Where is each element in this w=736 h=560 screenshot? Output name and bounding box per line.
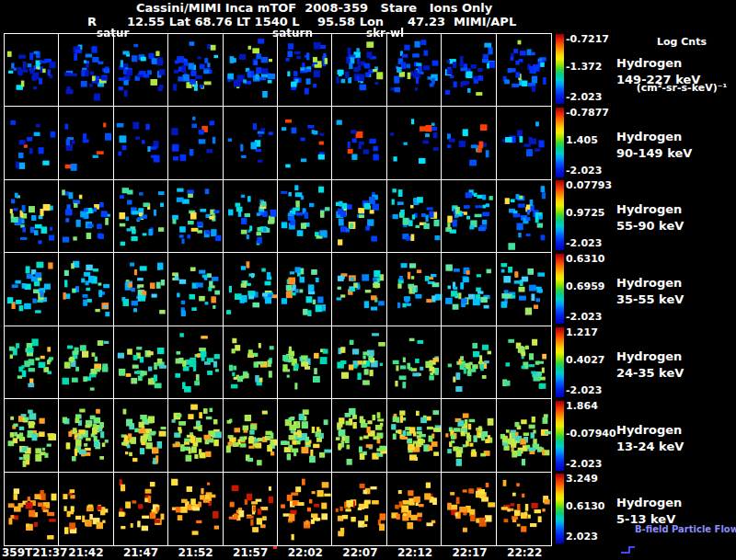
energy-band-label: 55-90 keV bbox=[616, 220, 684, 233]
colorbar-min-label: -2.023 bbox=[566, 92, 602, 103]
spectrogram-panel bbox=[387, 107, 442, 179]
spectrogram-panel bbox=[278, 473, 332, 545]
spectrogram-panel bbox=[224, 107, 278, 179]
colorbar-max-label: 1.864 bbox=[566, 401, 598, 412]
spectrogram-panel bbox=[114, 34, 168, 107]
energy-band-label: 24-35 keV bbox=[616, 367, 684, 380]
spectrogram-panel bbox=[59, 473, 113, 545]
colorbar-min-label: 2.023 bbox=[566, 531, 598, 543]
spectrogram-panel bbox=[497, 253, 551, 326]
event-marker-satur: satur bbox=[97, 28, 129, 39]
colorbar bbox=[556, 401, 564, 471]
colorbar-mid-label: -0.07940 bbox=[566, 429, 616, 440]
colorbar-min-label: -2.023 bbox=[566, 166, 602, 177]
spectrogram-panel bbox=[224, 326, 278, 399]
spectrogram-panel bbox=[59, 399, 113, 472]
colorbar-title-line1: Log Cnts bbox=[633, 37, 730, 48]
colorbar-mid-label: 0.4027 bbox=[566, 355, 604, 366]
spectrogram-panel bbox=[387, 399, 442, 472]
spectrogram-panel bbox=[224, 399, 278, 472]
spectrogram-panel bbox=[332, 326, 386, 399]
spectrogram-panel bbox=[387, 180, 442, 253]
colorbar-min-label: -2.023 bbox=[566, 385, 602, 396]
spectrogram-panel bbox=[278, 107, 332, 179]
time-tick-label: 22:22 bbox=[507, 547, 542, 559]
spectrogram-grid bbox=[4, 33, 552, 546]
spectrogram-panel bbox=[168, 107, 223, 179]
energy-band-label: 149-227 keV bbox=[616, 74, 700, 86]
colorbar-max-label: 0.07793 bbox=[566, 180, 612, 191]
bfield-flow-label: B-field Particle Flow bbox=[635, 524, 736, 534]
species-label: Hydrogen bbox=[616, 424, 682, 437]
spectrogram-panel bbox=[224, 253, 278, 326]
spectrogram-panel bbox=[442, 253, 496, 326]
mimi-inca-display: Cassini/MIMI Inca mTOF 2008-359 Stare Io… bbox=[0, 0, 736, 560]
colorbar-max-label: 1.217 bbox=[566, 327, 598, 338]
spectrogram-panel bbox=[59, 107, 113, 179]
spectrogram-panel bbox=[168, 399, 223, 472]
colorbar-mid-label: 0.6959 bbox=[566, 281, 604, 292]
spectrogram-panel bbox=[278, 326, 332, 399]
spectrogram-panel bbox=[114, 399, 168, 472]
spectrogram-panel bbox=[497, 326, 551, 399]
colorbar-max-label: -0.7877 bbox=[566, 108, 609, 119]
spectrogram-panel bbox=[332, 180, 386, 253]
spectrogram-panel bbox=[497, 473, 551, 545]
spectrogram-panel bbox=[497, 107, 551, 179]
colorbar-mid-label: -1.372 bbox=[566, 62, 602, 73]
event-marker-saturn: saturn bbox=[272, 28, 313, 39]
energy-band-label: 35-55 keV bbox=[616, 293, 684, 306]
time-tick-label: 21:57 bbox=[233, 547, 268, 559]
spectrogram-panel bbox=[168, 326, 223, 399]
credit-label: MIMI/APL bbox=[454, 16, 516, 29]
species-label: Hydrogen bbox=[616, 277, 682, 290]
time-tick-label: 22:07 bbox=[342, 547, 377, 559]
spectrogram-panel bbox=[59, 180, 113, 253]
colorbar bbox=[556, 34, 564, 104]
spectrogram-panel bbox=[442, 473, 496, 545]
species-label: Hydrogen bbox=[616, 131, 682, 143]
spectrogram-panel bbox=[387, 326, 442, 399]
spectrogram-panel bbox=[442, 107, 496, 179]
event-marker-skr-wl: skr-wl bbox=[366, 28, 404, 39]
page-title: Cassini/MIMI Inca mTOF 2008-359 Stare Io… bbox=[136, 2, 492, 15]
radius-label: R bbox=[87, 16, 97, 29]
colorbar bbox=[556, 180, 564, 250]
spectrogram-panel bbox=[442, 34, 496, 107]
spectrogram-panel bbox=[278, 180, 332, 253]
b-field-arrow-icon bbox=[620, 545, 638, 554]
spectrogram-panel bbox=[442, 326, 496, 399]
colorbar-min-label: -2.023 bbox=[566, 312, 602, 323]
spectrogram-panel bbox=[114, 180, 168, 253]
spectrogram-panel bbox=[5, 180, 59, 253]
energy-band-label: 90-149 keV bbox=[616, 147, 692, 160]
spectrogram-panel bbox=[332, 473, 386, 545]
spectrogram-panel bbox=[168, 253, 223, 326]
spectrogram-panel bbox=[442, 399, 496, 472]
spectrogram-panel bbox=[114, 107, 168, 179]
spectrogram-panel bbox=[224, 34, 278, 107]
spectrogram-panel bbox=[168, 473, 223, 545]
time-tick-label: 21:52 bbox=[178, 547, 213, 559]
colorbar-mid-label: 1.405 bbox=[566, 135, 598, 146]
spectrogram-panel bbox=[332, 253, 386, 326]
spectrogram-panel bbox=[5, 473, 59, 545]
spectrogram-panel bbox=[332, 34, 386, 107]
colorbar bbox=[556, 108, 564, 177]
time-tick-label: 22:02 bbox=[288, 547, 323, 559]
colorbar bbox=[556, 254, 564, 324]
spectrogram-panel bbox=[114, 473, 168, 545]
spectrogram-panel bbox=[442, 180, 496, 253]
colorbar-min-label: -2.023 bbox=[566, 459, 602, 470]
spectrogram-panel bbox=[278, 253, 332, 326]
colorbar-mid-label: 0.6130 bbox=[566, 501, 604, 512]
spectrogram-panel bbox=[5, 326, 59, 399]
colorbar bbox=[556, 327, 564, 397]
spectrogram-panel bbox=[59, 34, 113, 107]
spectrogram-panel bbox=[387, 253, 442, 326]
spectrogram-panel bbox=[59, 253, 113, 326]
time-tick-label: 21:42 bbox=[68, 547, 103, 559]
spectrogram-panel bbox=[387, 34, 442, 107]
colorbar bbox=[556, 474, 564, 543]
colorbar-max-label: 0.6310 bbox=[566, 254, 604, 265]
